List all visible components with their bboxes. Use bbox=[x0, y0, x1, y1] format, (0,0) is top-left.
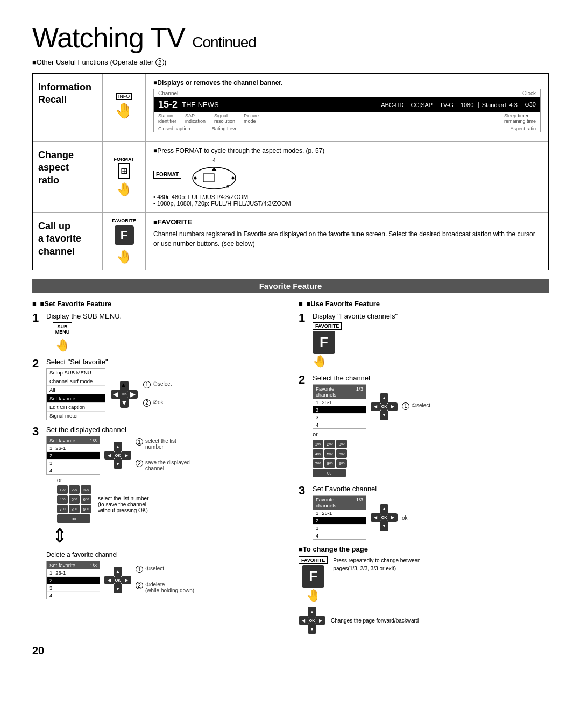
num-btn-6[interactable]: 600 bbox=[81, 495, 91, 504]
dpad-use-3[interactable]: ▲ ▼ ◀ ▶ OK bbox=[371, 504, 398, 531]
menu-item-setup: Setup SUB MENU bbox=[47, 369, 105, 377]
use-num-0[interactable]: 00 bbox=[313, 469, 346, 477]
dpad-change[interactable]: ▲ ▼ ◀ ▶ OK bbox=[299, 607, 325, 634]
cycle-svg: 3 bbox=[190, 165, 238, 192]
use-favorite-heading: ■Use Favorite Feature bbox=[299, 300, 549, 308]
fav-row-2: 2 bbox=[313, 406, 366, 414]
num-btn-0[interactable]: 00 bbox=[57, 514, 90, 523]
num-btn-5[interactable]: 500 bbox=[69, 495, 80, 504]
dpad-down-c[interactable]: ▼ bbox=[308, 624, 316, 634]
step3-use-label: Set Favorite channel bbox=[313, 485, 549, 493]
del-row-1: 126-1 bbox=[47, 569, 100, 577]
bullet-1080: 1080p, 1080i, 720p: FULL/H-FILL/JUST/4:3… bbox=[153, 200, 541, 207]
favorite-f-change: F bbox=[302, 565, 324, 588]
delete-label: Delete a favorite channel bbox=[46, 551, 282, 559]
favorite-tag-change: FAVORITE bbox=[299, 556, 328, 564]
sleep-timer-label: Sleep timer bbox=[504, 113, 536, 118]
use-num-5[interactable]: 500 bbox=[324, 449, 335, 458]
dpad-right-u2[interactable]: ▶ bbox=[388, 402, 398, 411]
or-text-use: or bbox=[313, 431, 549, 437]
num-btn-9[interactable]: 900 bbox=[81, 505, 91, 513]
use-num-buttons: 100 200 300 400 500 600 700 bbox=[313, 440, 549, 477]
main-features-box: Information Recall INFO 🤚 ■Displays or r… bbox=[32, 73, 549, 270]
closed-caption-label: Closed caption bbox=[158, 126, 190, 131]
num-btn-7[interactable]: 700 bbox=[57, 505, 68, 513]
step2-annotations: 1 ①select 2 ②ok bbox=[143, 381, 172, 408]
subtitle: ■Other Useful Functions (Operate after 2… bbox=[32, 58, 549, 67]
step2-use-annotations: 1 ①select bbox=[402, 402, 430, 411]
set-favorite-heading: ■Set Favorite Feature bbox=[32, 300, 282, 308]
step2-set-label: Select "Set favorite" bbox=[46, 358, 282, 366]
use-num-7[interactable]: 700 bbox=[313, 459, 323, 468]
use-favorite-col: ■Use Favorite Feature 1 Display "Favorit… bbox=[299, 300, 549, 634]
two-column-layout: ■Set Favorite Feature 1 Display the SUB … bbox=[32, 300, 549, 634]
dpad-down-3[interactable]: ▼ bbox=[114, 459, 122, 469]
delete-list: Set favorite 1/3 126-1 2 3 4 bbox=[46, 561, 100, 599]
use-num-1[interactable]: 100 bbox=[313, 440, 323, 448]
fav-channels-list: Favorite channels 1/3 126-1 2 3 4 bbox=[313, 384, 366, 429]
info-tag: INFO bbox=[116, 93, 132, 100]
num-btn-1[interactable]: 100 bbox=[57, 485, 68, 494]
changes-page-text: Changes the page forward/backward bbox=[331, 618, 419, 624]
num-btn-3[interactable]: 300 bbox=[81, 485, 91, 494]
step1-set: 1 Display the SUB MENU. SUBMENU 🤚 bbox=[32, 312, 282, 352]
num-btn-2[interactable]: 200 bbox=[69, 485, 80, 494]
cycle-number: 4 bbox=[212, 158, 216, 164]
dpad-ok[interactable]: OK bbox=[119, 390, 129, 399]
favorite-f-large: F bbox=[313, 331, 335, 354]
step2-content: Setup SUB MENU Channel surf mode All Set… bbox=[46, 368, 282, 420]
use-num-3[interactable]: 300 bbox=[336, 440, 347, 448]
dpad-down-u3[interactable]: ▼ bbox=[380, 521, 388, 531]
use-num-6[interactable]: 600 bbox=[336, 449, 347, 458]
num-btn-8[interactable]: 800 bbox=[69, 505, 80, 513]
dpad-use-2[interactable]: ▲ ▼ ◀ ▶ OK bbox=[371, 393, 398, 420]
dpad-ok-u3[interactable]: OK bbox=[379, 513, 389, 522]
dpad-ok-u2[interactable]: OK bbox=[379, 402, 389, 412]
step2-use-content: Favorite channels 1/3 126-1 2 3 4 ▲ ▼ ◀ bbox=[313, 384, 549, 429]
step3-annotations: 1 select the listnumber 2 save the displ… bbox=[136, 438, 190, 472]
fav-set-row-4: 4 bbox=[313, 532, 366, 539]
to-change-page-section: ■To change the page FAVORITE F 🤚 Press r… bbox=[299, 545, 549, 634]
use-num-8[interactable]: 800 bbox=[324, 459, 335, 468]
fav-set-row-2: 2 bbox=[313, 517, 366, 525]
menu-item-edit-ch: Edit CH caption bbox=[47, 403, 105, 412]
dpad-down[interactable]: ▼ bbox=[120, 398, 129, 408]
step3-content: Set favorite 1/3 126-1 2 3 4 ▲ ▼ bbox=[46, 436, 282, 475]
dpad-down-u2[interactable]: ▼ bbox=[380, 411, 388, 420]
cc-info: CC|SAP bbox=[407, 102, 433, 108]
call-up-favorite-row: Call up a favorite channel FAVORITE F 🤚 … bbox=[33, 213, 548, 270]
favorite-heading: ■FAVORITE bbox=[153, 218, 541, 226]
dpad-right-3[interactable]: ▶ bbox=[122, 451, 131, 460]
sub-menu-list: Setup SUB MENU Channel surf mode All Set… bbox=[46, 368, 105, 420]
to-change-content: FAVORITE F 🤚 Press repeatedly to change … bbox=[299, 556, 549, 603]
list-row-3: 3 bbox=[47, 460, 100, 467]
banner-heading: ■Displays or removes the channel banner. bbox=[153, 79, 541, 87]
dpad-control[interactable]: ▲ ▼ ◀ ▶ OK bbox=[111, 381, 138, 408]
cycle-diagram: FORMAT 4 bbox=[153, 158, 541, 192]
step1-use-label: Display "Favorite channels" bbox=[313, 312, 549, 320]
use-num-4[interactable]: 400 bbox=[313, 449, 323, 458]
channel-info-bar: 15-2 THE NEWS ABC-HD CC|SAP TV-G 1080i S… bbox=[154, 97, 540, 112]
dpad-control-3[interactable]: ▲ ▼ ◀ ▶ OK bbox=[104, 442, 131, 469]
dpad-ok-3[interactable]: OK bbox=[113, 450, 123, 460]
rating-level-label: Rating Level bbox=[212, 126, 239, 131]
favorite-tag: FAVORITE bbox=[112, 218, 136, 223]
aspect-bullet-list: 480i, 480p: FULL/JUST/4:3/ZOOM 1080p, 10… bbox=[153, 194, 541, 207]
press-repeat-text: Press repeatedly to change between pages… bbox=[333, 556, 441, 572]
list-row-2: 2 bbox=[47, 452, 100, 460]
dpad-delete[interactable]: ▲ ▼ ◀ ▶ OK bbox=[104, 567, 131, 593]
set-favorite-col: ■Set Favorite Feature 1 Display the SUB … bbox=[32, 300, 282, 634]
dpad-right-del[interactable]: ▶ bbox=[122, 576, 131, 584]
dpad-right-c[interactable]: ▶ bbox=[316, 616, 325, 625]
picture-mode: Standard bbox=[478, 102, 506, 108]
num-btn-4[interactable]: 400 bbox=[57, 495, 68, 504]
dpad-ok-del[interactable]: OK bbox=[113, 575, 123, 585]
dpad-right[interactable]: ▶ bbox=[128, 390, 138, 399]
use-num-9[interactable]: 900 bbox=[336, 459, 347, 468]
dpad-down-del[interactable]: ▼ bbox=[114, 584, 122, 593]
dpad-ok-c[interactable]: OK bbox=[307, 616, 317, 625]
use-num-2[interactable]: 200 bbox=[324, 440, 335, 448]
use-hand-icon: 🤚 bbox=[313, 355, 327, 369]
sleep-timer: ⊙30 bbox=[521, 101, 536, 108]
dpad-right-u3[interactable]: ▶ bbox=[388, 513, 398, 522]
